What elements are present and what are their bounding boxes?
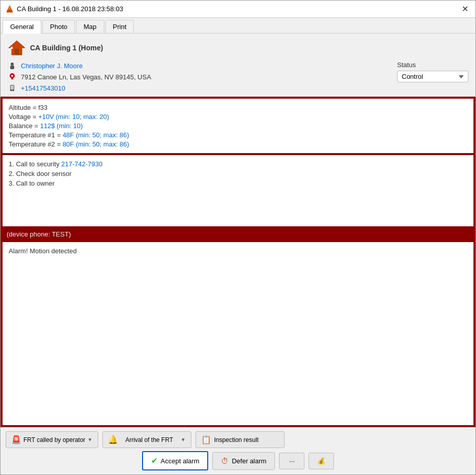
phone-row: +15417543010 bbox=[8, 83, 151, 93]
svg-rect-5 bbox=[11, 47, 13, 49]
sensor-voltage: Voltage = +10V (min: 10; max: 20) bbox=[9, 113, 467, 121]
app-icon bbox=[6, 5, 14, 13]
btn-row-2: ✔ Accept alarm ⏱ Defer alarm ··· 💰 bbox=[6, 451, 470, 470]
svg-point-14 bbox=[12, 90, 13, 91]
frt-called-label: FRT called by operator bbox=[23, 436, 86, 443]
tab-general[interactable]: General bbox=[3, 20, 41, 34]
tab-bar: General Photo Map Print bbox=[1, 18, 475, 34]
coin-icon: 💰 bbox=[317, 457, 325, 465]
inspection-result-button[interactable]: 📋 Inspection result bbox=[195, 431, 285, 448]
svg-rect-2 bbox=[9, 10, 10, 11]
frt-called-arrow: ▼ bbox=[88, 437, 93, 442]
status-section: Status Control Active Inactive bbox=[397, 61, 468, 82]
address-text: 7912 Canoe Ln, Las Vegas, NV 89145, USA bbox=[21, 73, 151, 81]
sensor-temp1: Temperature #1 = 48F (min: 50; max: 86) bbox=[9, 131, 467, 139]
contact-icon bbox=[8, 61, 17, 70]
tab-print[interactable]: Print bbox=[105, 20, 134, 33]
defer-icon: ⏱ bbox=[221, 457, 229, 465]
accept-icon: ✔ bbox=[151, 456, 158, 465]
sensor-temp2: Temperature #2 = 80F (min: 50; max: 86) bbox=[9, 140, 467, 148]
main-window: CA Building 1 - 16.08.2018 23:58:03 ✕ Ge… bbox=[0, 0, 476, 475]
info-rows: Christopher J. Moore 7912 Canoe Ln, Las … bbox=[8, 61, 468, 93]
frt-called-button[interactable]: 🚨 FRT called by operator ▼ bbox=[6, 431, 98, 448]
inspection-label: Inspection result bbox=[214, 436, 279, 443]
defer-alarm-label: Defer alarm bbox=[232, 457, 266, 465]
person-svg bbox=[8, 62, 16, 70]
sensor-balance: Balance = 112$ (min: 10) bbox=[9, 122, 467, 130]
action-2: 2. Check door sensor bbox=[9, 170, 467, 177]
device-phone-bar: (device phone: TEST) bbox=[3, 228, 473, 240]
status-select[interactable]: Control Active Inactive bbox=[397, 71, 468, 82]
title-bar: CA Building 1 - 16.08.2018 23:58:03 ✕ bbox=[1, 1, 475, 18]
frt-called-icon: 🚨 bbox=[11, 435, 21, 444]
action-1: 1. Call to security 217-742-7930 bbox=[9, 160, 467, 168]
arrival-frt-arrow: ▼ bbox=[181, 437, 186, 442]
status-label: Status bbox=[397, 61, 416, 69]
arrival-frt-icon: 🔔 bbox=[108, 435, 118, 444]
phone-number: +15417543010 bbox=[21, 84, 65, 92]
title-bar-left: CA Building 1 - 16.08.2018 23:58:03 bbox=[6, 5, 123, 13]
contact-name: Christopher J. Moore bbox=[21, 62, 82, 70]
svg-point-8 bbox=[11, 63, 14, 66]
action-3: 3. Call to owner bbox=[9, 180, 467, 187]
contact-row: Christopher J. Moore bbox=[8, 61, 151, 70]
building-name: CA Building 1 (Home) bbox=[30, 44, 103, 52]
arrival-frt-label: Arrival of the FRT bbox=[120, 436, 179, 443]
accept-alarm-label: Accept alarm bbox=[161, 457, 200, 465]
phone-svg bbox=[9, 84, 16, 92]
house-svg bbox=[8, 39, 26, 57]
device-phone-text: (device phone: TEST) bbox=[7, 230, 71, 238]
actions-box: 1. Call to security 217-742-7930 2. Chec… bbox=[3, 155, 473, 226]
close-button[interactable]: ✕ bbox=[460, 5, 470, 13]
dots-label: ··· bbox=[289, 457, 295, 465]
bottom-buttons: 🚨 FRT called by operator ▼ 🔔 Arrival of … bbox=[1, 427, 475, 474]
building-header: CA Building 1 (Home) bbox=[8, 39, 468, 57]
more-options-button[interactable]: ··· bbox=[279, 453, 304, 469]
alarm-text: Alarm! Motion detected bbox=[9, 247, 467, 255]
tab-map[interactable]: Map bbox=[76, 20, 104, 33]
phone-icon bbox=[8, 83, 17, 93]
svg-rect-4 bbox=[15, 49, 19, 55]
info-section: CA Building 1 (Home) Christopher J. Moor… bbox=[1, 34, 475, 97]
accept-alarm-button[interactable]: ✔ Accept alarm bbox=[142, 451, 209, 470]
home-icon bbox=[8, 39, 26, 57]
alarm-box: Alarm! Motion detected bbox=[3, 242, 473, 425]
coin-button[interactable]: 💰 bbox=[309, 453, 334, 469]
dark-red-section: Altitude = f33 Voltage = +10V (min: 10; … bbox=[1, 97, 475, 427]
window-title: CA Building 1 - 16.08.2018 23:58:03 bbox=[17, 5, 123, 13]
svg-point-10 bbox=[11, 75, 13, 77]
sensor-altitude: Altitude = f33 bbox=[9, 104, 467, 111]
defer-alarm-button[interactable]: ⏱ Defer alarm bbox=[212, 452, 275, 470]
svg-rect-7 bbox=[10, 66, 14, 69]
sensor-data-box: Altitude = f33 Voltage = +10V (min: 10; … bbox=[3, 99, 473, 153]
pin-svg bbox=[9, 73, 16, 81]
btn-row-1: 🚨 FRT called by operator ▼ 🔔 Arrival of … bbox=[6, 431, 470, 448]
address-row: 7912 Canoe Ln, Las Vegas, NV 89145, USA bbox=[8, 72, 151, 81]
info-left: Christopher J. Moore 7912 Canoe Ln, Las … bbox=[8, 61, 151, 93]
svg-rect-13 bbox=[11, 85, 14, 90]
arrival-frt-button[interactable]: 🔔 Arrival of the FRT ▼ bbox=[102, 431, 191, 448]
inspection-icon: 📋 bbox=[201, 435, 211, 444]
location-icon bbox=[8, 72, 17, 81]
tab-photo[interactable]: Photo bbox=[42, 20, 75, 33]
